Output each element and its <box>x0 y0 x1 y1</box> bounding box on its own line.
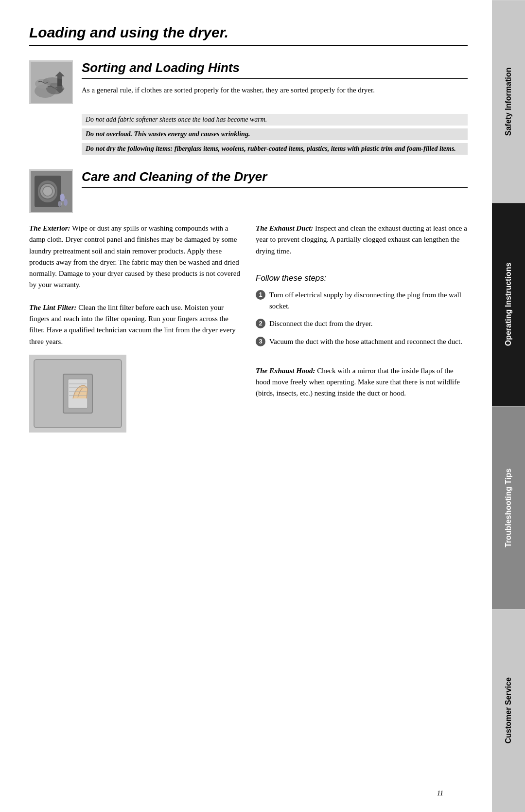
care-right-col: The Exhaust Duct: Inspect and clean the … <box>256 223 468 433</box>
steps-list: 1 Turn off electrical supply by disconne… <box>256 289 468 347</box>
follow-steps-title: Follow these steps: <box>256 272 468 285</box>
note-2: Do not overload. This wastes energy and … <box>82 128 468 140</box>
svg-point-11 <box>64 199 68 206</box>
note-3: Do not dry the following items: fibergla… <box>82 143 468 155</box>
exhaust-duct-label: The Exhaust Duct: <box>256 224 313 232</box>
sidebar-tab-customer[interactable]: Customer Service <box>492 609 525 812</box>
sorting-rule <box>82 78 468 79</box>
main-content: Loading and using the dryer. <box>0 0 492 812</box>
step-item-3: 3 Vacuum the duct with the hose attachme… <box>256 336 468 347</box>
step-number-2: 2 <box>256 319 265 328</box>
step-item-2: 2 Disconnect the duct from the dryer. <box>256 318 468 329</box>
care-rule <box>82 187 468 188</box>
svg-point-9 <box>43 186 52 196</box>
care-header-block: Care and Cleaning of the Dryer <box>82 169 468 194</box>
page-container: Loading and using the dryer. <box>0 0 525 812</box>
step-number-1: 1 <box>256 290 265 300</box>
exterior-label: The Exterior: <box>29 224 70 232</box>
exterior-text: Wipe or dust any spills or washing compo… <box>29 224 240 289</box>
sorting-header-block: Sorting and Loading Hints As a general r… <box>82 60 468 96</box>
exhaust-hood-label: The Exhaust Hood: <box>256 367 315 375</box>
sorting-notes: Do not add fabric softener sheets once t… <box>82 114 468 155</box>
lint-para: The Lint Filter: Clean the lint filter b… <box>29 302 241 347</box>
exterior-para: The Exterior: Wipe or dust any spills or… <box>29 223 241 291</box>
svg-point-10 <box>60 194 65 201</box>
dryer-svg <box>31 171 72 212</box>
care-two-col: The Exterior: Wipe or dust any spills or… <box>29 223 468 433</box>
care-title: Care and Cleaning of the Dryer <box>82 169 468 184</box>
lint-label: The Lint Filter: <box>29 304 77 311</box>
lint-svg <box>29 355 126 433</box>
step-text-1: Turn off electrical supply by disconnect… <box>269 289 468 311</box>
exhaust-hood-para: The Exhaust Hood: Check with a mirror th… <box>256 365 468 399</box>
clothes-svg <box>31 62 72 103</box>
sidebar-tab-troubleshooting[interactable]: Troubleshooting Tips <box>492 406 525 609</box>
note-1: Do not add fabric softener sheets once t… <box>82 114 468 126</box>
sidebar-tab-safety[interactable]: Safety Information <box>492 0 525 203</box>
sidebar: Safety Information Operating Instruction… <box>492 0 525 812</box>
care-icon <box>29 169 73 213</box>
sidebar-tab-operating[interactable]: Operating Instructions <box>492 203 525 406</box>
sorting-icon <box>29 60 73 104</box>
exhaust-duct-para: The Exhaust Duct: Inspect and clean the … <box>256 223 468 257</box>
title-rule <box>29 45 468 46</box>
step-item-1: 1 Turn off electrical supply by disconne… <box>256 289 468 311</box>
step-text-3: Vacuum the duct with the hose attachment… <box>269 336 462 347</box>
sorting-section: Sorting and Loading Hints As a general r… <box>29 60 468 104</box>
svg-point-12 <box>58 201 62 207</box>
page-number: 11 <box>437 790 443 797</box>
sorting-body: As a general rule, if clothes are sorted… <box>82 85 468 96</box>
step-number-3: 3 <box>256 337 265 346</box>
page-title: Loading and using the dryer. <box>29 24 468 41</box>
sorting-title: Sorting and Loading Hints <box>82 60 468 75</box>
care-left-col: The Exterior: Wipe or dust any spills or… <box>29 223 241 433</box>
lint-image <box>29 355 126 433</box>
care-section: Care and Cleaning of the Dryer <box>29 169 468 213</box>
step-text-2: Disconnect the duct from the dryer. <box>269 318 372 329</box>
